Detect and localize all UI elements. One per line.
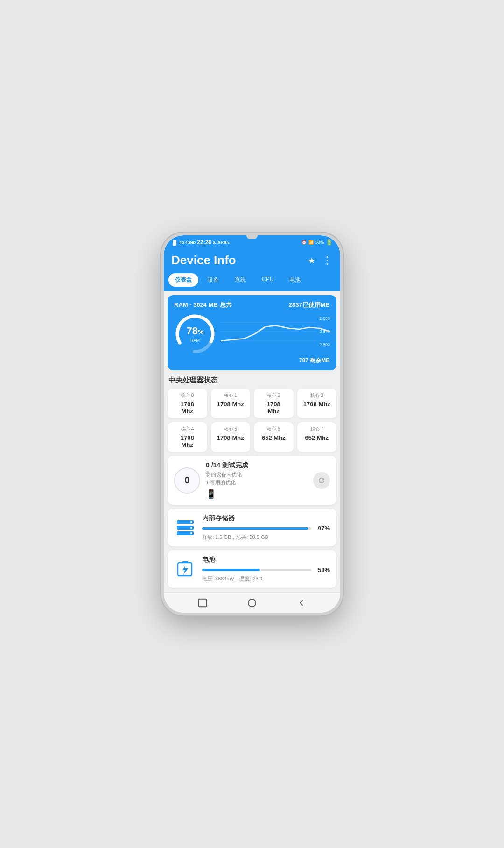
cpu-section-title: 中央处理器状态 <box>168 374 336 385</box>
chart-labels: 2,880 2,840 2,800 <box>319 315 330 348</box>
core-2-label: 核心 2 <box>267 392 280 399</box>
battery-percent: 53% <box>315 566 330 573</box>
core-6-label: 核心 6 <box>267 426 280 432</box>
speed-label: 0.10 KB/s <box>213 240 230 245</box>
battery-content: 电池 53% 电压: 3684mV，温度: 26 ℃ <box>202 556 330 582</box>
ram-remaining: 787 剩余MB <box>174 357 330 365</box>
status-time: 22:26 <box>197 239 211 246</box>
storage-progress-row: 97% <box>202 525 330 532</box>
core-5-label: 核心 5 <box>224 426 237 432</box>
cpu-core-4: 核心 4 1708Mhz <box>168 422 207 452</box>
ram-percent: 78% RAM <box>187 325 204 343</box>
svg-marker-13 <box>182 565 188 575</box>
battery-label: 53% <box>315 240 324 245</box>
battery-name: 电池 <box>202 556 330 564</box>
nav-back-button[interactable] <box>295 596 308 609</box>
battery-card: 电池 53% 电压: 3684mV，温度: 26 ℃ <box>168 550 336 588</box>
tab-cpu[interactable]: CPU <box>255 273 280 287</box>
cpu-core-2: 核心 2 1708Mhz <box>254 389 294 418</box>
battery-progress-row: 53% <box>202 566 330 573</box>
storage-progress-fill <box>202 527 308 530</box>
bottom-nav <box>164 592 340 613</box>
favorite-icon[interactable]: ★ <box>308 255 315 266</box>
storage-icon <box>174 516 196 539</box>
cpu-grid-row2: 核心 4 1708Mhz 核心 5 1708 Mhz 核心 6 652 Mhz … <box>168 422 336 452</box>
core-6-freq: 652 Mhz <box>262 434 286 441</box>
battery-progress-fill <box>202 569 260 571</box>
phone-frame: ▐▌ 4G 4GHD 22:26 0.10 KB/s ⏰ 📶 53% 🔋 Dev… <box>161 233 343 615</box>
cpu-core-1: 核心 1 1708 Mhz <box>211 389 251 418</box>
status-right: ⏰ 📶 53% 🔋 <box>301 239 333 246</box>
cpu-core-6: 核心 6 652 Mhz <box>254 422 294 452</box>
battery-progress-wrap <box>202 569 311 571</box>
tab-system[interactable]: 系统 <box>228 273 252 287</box>
phone-icon: 📱 <box>206 489 308 499</box>
core-0-label: 核心 0 <box>181 392 194 399</box>
core-3-freq: 1708 Mhz <box>303 401 330 408</box>
storage-progress-wrap <box>202 527 311 530</box>
core-0-freq: 1708Mhz <box>181 401 194 415</box>
core-7-freq: 652 Mhz <box>305 434 329 441</box>
test-subtitle: 您的设备未优化 1 可用的优化 <box>206 471 308 486</box>
core-7-label: 核心 7 <box>310 426 323 432</box>
test-score-circle: 0 <box>174 467 200 494</box>
tab-device[interactable]: 设备 <box>201 273 225 287</box>
svg-point-10 <box>190 532 192 534</box>
test-info: 0 /14 测试完成 您的设备未优化 1 可用的优化 📱 <box>206 461 308 499</box>
tabs-bar: 仪表盘 设备 系统 CPU 电池 <box>164 273 340 291</box>
phone-screen: ▐▌ 4G 4GHD 22:26 0.10 KB/s ⏰ 📶 53% 🔋 Dev… <box>164 235 340 613</box>
svg-point-9 <box>190 527 192 529</box>
cpu-core-3: 核心 3 1708 Mhz <box>297 389 337 418</box>
ram-body: 78% RAM 2,880 <box>174 313 330 355</box>
core-2-freq: 1708Mhz <box>267 401 280 415</box>
storage-card: 内部存储器 97% 释放: 1.5 GB，总共: 50.5 GB <box>168 509 336 546</box>
core-3-label: 核心 3 <box>310 392 323 399</box>
cpu-core-5: 核心 5 1708 Mhz <box>211 422 251 452</box>
cpu-core-0: 核心 0 1708Mhz <box>168 389 207 418</box>
network-label: 4G 4GHD <box>179 240 196 245</box>
storage-content: 内部存储器 97% 释放: 1.5 GB，总共: 50.5 GB <box>202 514 330 541</box>
wifi-icon: 📶 <box>308 240 314 245</box>
core-4-label: 核心 4 <box>181 426 194 432</box>
header-icons: ★ ⋮ <box>308 254 333 267</box>
cpu-core-7: 核心 7 652 Mhz <box>297 422 337 452</box>
more-menu-icon[interactable]: ⋮ <box>322 254 333 267</box>
status-left: ▐▌ 4G 4GHD 22:26 0.10 KB/s <box>171 239 230 246</box>
svg-rect-14 <box>199 599 207 607</box>
alarm-icon: ⏰ <box>301 240 307 245</box>
battery-card-icon <box>174 558 196 580</box>
tab-battery[interactable]: 电池 <box>283 273 307 287</box>
nav-recent-button[interactable] <box>196 596 209 609</box>
svg-point-15 <box>248 599 256 607</box>
nav-home-button[interactable] <box>245 596 259 609</box>
core-1-freq: 1708 Mhz <box>217 401 244 408</box>
ram-chart: 2,880 2,840 2,800 <box>221 315 330 353</box>
storage-percent: 97% <box>315 525 330 532</box>
tab-dashboard[interactable]: 仪表盘 <box>168 273 198 287</box>
ram-circle: 78% RAM <box>174 313 216 355</box>
ram-used: 2837已使用MB <box>289 301 330 309</box>
battery-icon: 🔋 <box>326 239 333 246</box>
refresh-button[interactable] <box>313 472 330 489</box>
battery-detail: 电压: 3684mV，温度: 26 ℃ <box>202 575 330 582</box>
app-title: Device Info <box>171 253 236 268</box>
svg-rect-12 <box>182 561 188 563</box>
core-1-label: 核心 1 <box>224 392 237 399</box>
storage-detail: 释放: 1.5 GB，总共: 50.5 GB <box>202 534 330 541</box>
signal-icon: ▐▌ <box>171 240 178 245</box>
cpu-grid-row1: 核心 0 1708Mhz 核心 1 1708 Mhz 核心 2 1708Mhz … <box>168 389 336 418</box>
test-title: 0 /14 测试完成 <box>206 461 308 470</box>
ram-card: RAM - 3624 MB 总共 2837已使用MB 78% RAM <box>168 295 336 370</box>
core-4-freq: 1708Mhz <box>181 434 194 448</box>
test-card: 0 0 /14 测试完成 您的设备未优化 1 可用的优化 📱 <box>168 456 336 505</box>
storage-name: 内部存储器 <box>202 514 330 523</box>
svg-point-8 <box>190 521 192 523</box>
core-5-freq: 1708 Mhz <box>217 434 244 441</box>
app-header: Device Info ★ ⋮ <box>164 247 340 273</box>
main-content: RAM - 3624 MB 总共 2837已使用MB 78% RAM <box>164 291 340 592</box>
